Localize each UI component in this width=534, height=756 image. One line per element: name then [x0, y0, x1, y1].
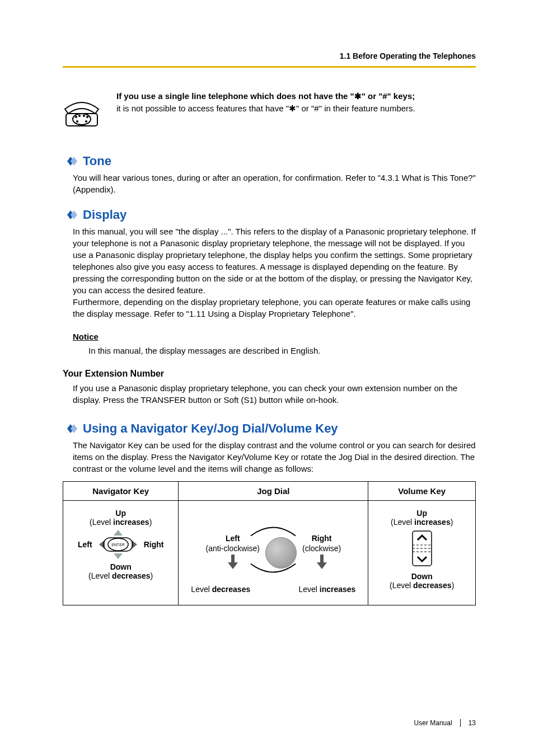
extension-heading: Your Extension Number [63, 369, 476, 379]
nav-up-sub: (Level increases) [68, 518, 174, 527]
display-heading: Display [63, 208, 476, 222]
diamond-bullet-icon [63, 209, 78, 220]
navigator-key-icon: ENTER [96, 530, 140, 559]
footer-page-number: 13 [469, 719, 476, 727]
col-navigator: Navigator Key [63, 482, 179, 501]
vol-down-sub: (Level decreases) [373, 581, 471, 590]
tone-body: You will hear various tones, during or a… [73, 172, 476, 195]
tone-heading: Tone [63, 154, 476, 168]
svg-point-4 [83, 115, 85, 117]
nav-right-label: Right [144, 540, 164, 549]
svg-rect-0 [66, 114, 97, 126]
navigator-title: Using a Navigator Key/Jog Dial/Volume Ke… [83, 421, 338, 436]
header-rule [63, 66, 476, 68]
display-title: Display [83, 208, 127, 222]
col-jogdial: Jog Dial [179, 482, 368, 501]
vol-up-label: Up [373, 509, 471, 518]
table-row: Up (Level increases) Left ENTER [63, 501, 476, 605]
svg-point-7 [85, 120, 87, 123]
arrow-down-icon [313, 553, 330, 570]
extension-body: If you use a Panasonic display proprieta… [73, 382, 476, 406]
navigator-heading: Using a Navigator Key/Jog Dial/Volume Ke… [63, 421, 476, 436]
tone-title: Tone [83, 154, 111, 168]
display-body: In this manual, you will see "the displa… [73, 226, 476, 320]
intro-paragraph: If you use a single line telephone which… [116, 90, 415, 115]
nav-left-label: Left [78, 540, 92, 549]
nav-down-label: Down [68, 562, 174, 571]
svg-point-3 [78, 115, 81, 117]
table-header-row: Navigator Key Jog Dial Volume Key [63, 482, 476, 501]
svg-marker-15 [114, 553, 123, 559]
vol-down-label: Down [373, 572, 471, 581]
notice-body: In this manual, the display messages are… [88, 345, 476, 356]
footer-separator [460, 719, 461, 727]
jog-right-effect: Level increases [298, 585, 355, 594]
svg-marker-24 [317, 562, 327, 569]
page-footer: User Manual 13 [414, 719, 476, 727]
svg-marker-11 [71, 210, 77, 219]
navigator-body: The Navigator Key can be used for the di… [73, 439, 476, 475]
col-volume: Volume Key [368, 482, 476, 501]
running-header: 1.1 Before Operating the Telephones [63, 51, 476, 60]
svg-rect-23 [320, 555, 324, 564]
jogdial-cell: Left (anti-clockwise) [179, 501, 368, 605]
intro-bold: If you use a single line telephone which… [116, 91, 415, 101]
keys-table: Navigator Key Jog Dial Volume Key Up (Le… [63, 481, 476, 605]
diamond-bullet-icon [63, 423, 78, 434]
notice-heading: Notice [73, 332, 476, 341]
svg-point-5 [86, 116, 88, 118]
jog-arc-left-icon [234, 519, 312, 581]
navigator-cell: Up (Level increases) Left ENTER [63, 501, 179, 605]
jog-left-effect: Level decreases [191, 585, 250, 594]
svg-marker-14 [114, 530, 123, 536]
rotary-phone-icon [63, 92, 101, 130]
diamond-bullet-icon [63, 156, 78, 167]
footer-label: User Manual [414, 719, 452, 727]
vol-up-sub: (Level increases) [373, 518, 471, 527]
volume-rocker-icon [409, 530, 435, 567]
volume-cell: Up (Level increases) Down (Level decreas… [368, 501, 476, 605]
nav-up-label: Up [68, 509, 174, 518]
svg-marker-9 [71, 157, 77, 166]
nav-down-sub: (Level decreases) [68, 571, 174, 580]
svg-text:ENTER: ENTER [111, 543, 125, 547]
svg-point-2 [75, 116, 77, 118]
intro-line2: it is not possible to access features th… [116, 104, 415, 113]
svg-point-6 [76, 120, 78, 123]
